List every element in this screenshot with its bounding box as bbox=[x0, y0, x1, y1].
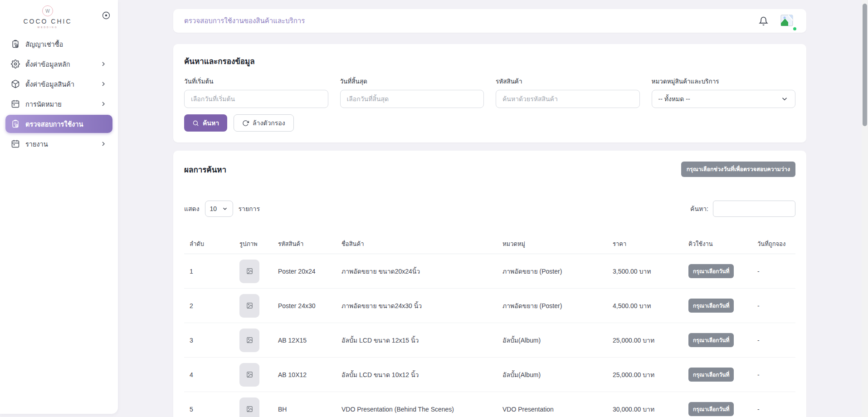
column-header: ชื่อสินค้า bbox=[336, 239, 497, 249]
cell-product-name: ภาพอัดขยาย ขนาด24x30 นิ้ว bbox=[336, 301, 497, 311]
cell-product-code: AB 12X15 bbox=[273, 337, 336, 344]
cell-product-name: ภาพอัดขยาย ขนาด20x24นิ้ว bbox=[336, 266, 497, 276]
sidebar-item-appointments[interactable]: การนัดหมาย bbox=[5, 95, 112, 113]
top-bar-actions bbox=[759, 12, 795, 29]
column-header: ราคา bbox=[607, 239, 683, 249]
table-search-input[interactable] bbox=[713, 201, 795, 217]
sidebar-item-usage-check[interactable]: ตรวจสอบการใช้งาน bbox=[5, 115, 112, 133]
cell-price: 25,000.00 บาท bbox=[607, 370, 683, 380]
sidebar-item-label: ตั้งค่าข้อมูลสินค้า bbox=[25, 79, 74, 89]
page-size-select[interactable]: 10 bbox=[205, 201, 233, 217]
sidebar-toggle-icon[interactable] bbox=[102, 11, 111, 20]
product-image-placeholder[interactable] bbox=[239, 294, 259, 318]
filter-title: ค้นหาและกรองข้อมูล bbox=[184, 55, 795, 67]
scrollbar-thumb[interactable] bbox=[863, 4, 867, 126]
brand-row: W COCO CHIC WEDDING bbox=[0, 0, 118, 29]
product-code-field: รหัสสินค้า bbox=[496, 76, 640, 108]
sidebar-item-master-settings[interactable]: ตั้งค่าข้อมูลหลัก bbox=[5, 55, 112, 73]
chevron-right-icon bbox=[100, 140, 107, 147]
cell-index: 1 bbox=[184, 268, 234, 275]
chevron-right-icon bbox=[100, 100, 107, 108]
product-image-placeholder[interactable] bbox=[239, 329, 259, 352]
results-table: ลำดับ รูปภาพ รหัสสินค้า ชื่อสินค้า หมวดห… bbox=[184, 234, 795, 417]
cell-price: 25,000.00 บาท bbox=[607, 335, 683, 345]
sidebar-item-contracts[interactable]: สัญญาเช่าซื้อ bbox=[5, 35, 112, 53]
cell-product-code: BH bbox=[273, 406, 336, 413]
product-code-input[interactable] bbox=[496, 90, 640, 108]
cell-product-code: AB 10X12 bbox=[273, 371, 336, 378]
top-bar: ตรวจสอบการใช้งานของสินค้าและบริการ bbox=[173, 9, 806, 33]
refresh-icon bbox=[242, 120, 249, 127]
sidebar-item-product-settings[interactable]: ตั้งค่าข้อมูลสินค้า bbox=[5, 75, 112, 93]
cell-category: อัลบั้ม(Album) bbox=[497, 335, 607, 345]
table-row: 1 Poster 20x24 ภาพอัดขยาย ขนาด20x24นิ้ว … bbox=[184, 254, 795, 289]
start-date-field: วันที่เริ่มต้น bbox=[184, 76, 328, 108]
table-row: 3 AB 12X15 อัลบั้ม LCD ขนาด 12x15 นิ้ว อ… bbox=[184, 323, 795, 358]
page-scrollbar[interactable] bbox=[862, 0, 868, 417]
broken-image-icon bbox=[779, 13, 795, 28]
table-row: 2 Poster 24x30 ภาพอัดขยาย ขนาด24x30 นิ้ว… bbox=[184, 289, 795, 323]
chevron-right-icon bbox=[100, 60, 107, 68]
column-header: รหัสสินค้า bbox=[273, 239, 336, 249]
cell-product-name: อัลบั้ม LCD ขนาด 10x12 นิ้ว bbox=[336, 370, 497, 380]
chevron-right-icon bbox=[100, 80, 107, 88]
cell-booked-date: - bbox=[752, 406, 795, 413]
category-label: หมวดหมู่สินค้าและบริการ bbox=[652, 76, 796, 86]
table-search-label: ค้นหา: bbox=[690, 204, 708, 214]
cell-index: 3 bbox=[184, 337, 234, 344]
sidebar-item-label: รายงาน bbox=[25, 139, 48, 149]
start-date-label: วันที่เริ่มต้น bbox=[184, 76, 328, 86]
product-image-placeholder[interactable] bbox=[239, 363, 259, 387]
search-button[interactable]: ค้นหา bbox=[184, 114, 227, 132]
clear-filter-button[interactable]: ล้างตัวกรอง bbox=[234, 114, 293, 132]
search-icon bbox=[192, 120, 199, 127]
cell-index: 5 bbox=[184, 406, 234, 413]
table-header-row: ลำดับ รูปภาพ รหัสสินค้า ชื่อสินค้า หมวดห… bbox=[184, 234, 795, 254]
column-header: วันที่ถูกจอง bbox=[752, 239, 795, 249]
sidebar-item-label: การนัดหมาย bbox=[25, 99, 62, 109]
brand-logo: W COCO CHIC WEDDING bbox=[14, 5, 82, 29]
sidebar-item-reports[interactable]: รายงาน bbox=[5, 135, 112, 153]
end-date-label: วันที่สิ้นสุด bbox=[340, 76, 484, 86]
product-code-label: รหัสสินค้า bbox=[496, 76, 640, 86]
start-date-input[interactable] bbox=[184, 90, 328, 108]
product-image-placeholder[interactable] bbox=[239, 260, 259, 283]
user-avatar[interactable] bbox=[778, 12, 795, 29]
results-title: ผลการค้นหา bbox=[184, 163, 226, 176]
table-row: 5 BH VDO Presentation (Behind The Scenes… bbox=[184, 392, 795, 417]
brand-subtitle: WEDDING bbox=[37, 26, 58, 29]
entries-label: รายการ bbox=[239, 204, 260, 214]
cell-index: 2 bbox=[184, 302, 234, 309]
product-image-placeholder[interactable] bbox=[239, 397, 259, 417]
cell-price: 30,000.00 บาท bbox=[607, 404, 683, 414]
end-date-input[interactable] bbox=[340, 90, 484, 108]
calendar-icon bbox=[11, 99, 20, 108]
search-filter-panel: ค้นหาและกรองข้อมูล วันที่เริ่มต้น วันที่… bbox=[173, 44, 806, 142]
cell-product-code: Poster 24x30 bbox=[273, 302, 336, 309]
cell-booked-date: - bbox=[752, 302, 795, 309]
notifications-bell-icon[interactable] bbox=[759, 16, 768, 26]
category-select[interactable]: -- ทั้งหมด -- bbox=[652, 90, 796, 108]
select-date-badge: กรุณาเลือกวันที่ bbox=[688, 333, 734, 347]
page-size-value: 10 bbox=[210, 205, 217, 212]
select-date-badge: กรุณาเลือกวันที่ bbox=[688, 264, 734, 278]
audit-icon bbox=[11, 119, 20, 128]
column-header: หมวดหมู่ bbox=[497, 239, 607, 249]
select-date-badge: กรุณาเลือกวันที่ bbox=[688, 402, 734, 416]
category-select-value: -- ทั้งหมด -- bbox=[658, 94, 690, 104]
cell-category: ภาพอัดขยาย (Poster) bbox=[497, 266, 607, 276]
cell-booked-date: - bbox=[752, 371, 795, 378]
chevron-down-icon bbox=[780, 95, 789, 103]
column-header: รูปภาพ bbox=[234, 239, 273, 249]
column-header: ลำดับ bbox=[184, 239, 234, 249]
cell-product-name: อัลบั้ม LCD ขนาด 12x15 นิ้ว bbox=[336, 335, 497, 345]
show-label: แสดง bbox=[184, 204, 200, 214]
filter-buttons: ค้นหา ล้างตัวกรอง bbox=[184, 114, 795, 132]
brand-name: COCO CHIC bbox=[23, 18, 72, 25]
column-header: คิวใช้งาน bbox=[683, 239, 752, 249]
package-icon bbox=[11, 79, 20, 88]
table-search-group: ค้นหา: bbox=[690, 201, 795, 217]
cell-category: VDO Presentation bbox=[497, 406, 607, 413]
table-controls: แสดง 10 รายการ ค้นหา: bbox=[184, 201, 795, 217]
sidebar-item-label: ตรวจสอบการใช้งาน bbox=[25, 119, 83, 129]
